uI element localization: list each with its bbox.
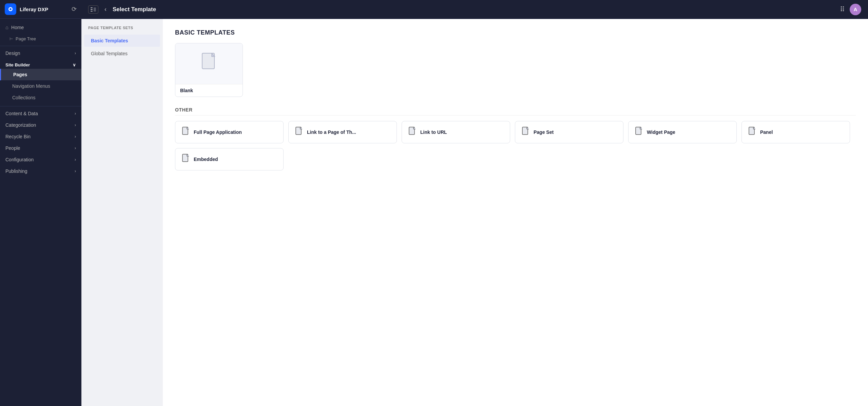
refresh-button[interactable]: ⟳ [72, 5, 77, 13]
app-title: Liferay DXP [20, 6, 48, 12]
sidebar-item-nav-menus-label: Navigation Menus [12, 83, 50, 89]
template-card-panel-label: Panel [760, 129, 773, 135]
sidebar-item-collections[interactable]: Collections [0, 92, 81, 103]
sidebar-item-pages[interactable]: Pages [0, 69, 81, 80]
main-container: ‹ Select Template ⠿ A PAGE TEMPLATE SETS… [81, 0, 868, 406]
section-title: BASIC TEMPLATES [175, 29, 856, 36]
template-card-link-page[interactable]: Link to a Page of Th... [288, 121, 397, 143]
svg-rect-3 [91, 7, 93, 8]
sidebar-header: Liferay DXP ⟳ [0, 0, 81, 19]
site-builder-chevron-icon: ∨ [73, 62, 76, 67]
sidebar: Liferay DXP ⟳ ⌂ Home ⊢ Page Tree Design … [0, 0, 81, 406]
page-set-icon [522, 127, 529, 138]
widget-page-icon [635, 127, 643, 138]
svg-point-2 [9, 8, 12, 10]
sidebar-item-page-tree[interactable]: ⊢ Page Tree [0, 33, 81, 44]
template-card-panel[interactable]: Panel [741, 121, 850, 143]
link-url-icon [409, 127, 416, 138]
sidebar-nav: ⌂ Home ⊢ Page Tree Design › Site Builder… [0, 19, 81, 406]
sidebar-item-people[interactable]: People › [0, 142, 81, 154]
template-card-embedded[interactable]: Embedded [175, 148, 284, 170]
template-set-basic-label: Basic Templates [91, 38, 128, 43]
link-page-icon [295, 127, 303, 138]
template-card-embedded-label: Embedded [194, 157, 218, 162]
content-data-chevron-icon: › [75, 111, 76, 116]
template-set-global-label: Global Templates [91, 51, 128, 56]
template-card-page-set[interactable]: Page Set [515, 121, 623, 143]
design-chevron-icon: › [75, 51, 76, 56]
embedded-icon [182, 154, 190, 165]
templates-main: BASIC TEMPLATES Blank [163, 19, 868, 406]
blank-page-icon [201, 53, 217, 75]
categorization-chevron-icon: › [75, 123, 76, 127]
svg-rect-5 [91, 11, 93, 12]
template-card-blank-preview [175, 43, 243, 84]
template-card-widget-page-label: Widget Page [647, 129, 675, 135]
svg-rect-6 [94, 7, 96, 12]
content-area: PAGE TEMPLATE SETS Basic Templates Globa… [81, 19, 868, 406]
template-card-page-set-label: Page Set [534, 129, 554, 135]
other-templates-grid: Full Page Application Link to a Page of … [175, 121, 856, 170]
sidebar-item-collections-label: Collections [12, 95, 35, 100]
site-builder-label: Site Builder [5, 62, 30, 67]
template-card-widget-page[interactable]: Widget Page [628, 121, 737, 143]
template-sets-panel: PAGE TEMPLATE SETS Basic Templates Globa… [81, 19, 163, 406]
template-card-link-url[interactable]: Link to URL [402, 121, 510, 143]
template-set-basic[interactable]: Basic Templates [84, 35, 160, 47]
template-card-link-page-label: Link to a Page of Th... [307, 129, 356, 135]
sidebar-item-home[interactable]: ⌂ Home [0, 21, 81, 33]
template-card-link-url-label: Link to URL [420, 129, 447, 135]
sidebar-toggle-button[interactable] [88, 5, 98, 14]
sidebar-item-page-tree-label: Page Tree [16, 36, 36, 41]
panel-icon [749, 127, 756, 138]
sidebar-item-recycle-bin-label: Recycle Bin [5, 134, 31, 139]
sidebar-item-publishing[interactable]: Publishing › [0, 165, 81, 177]
full-page-app-icon [182, 127, 190, 138]
panel-title: PAGE TEMPLATE SETS [81, 26, 163, 34]
sidebar-item-recycle-bin[interactable]: Recycle Bin › [0, 131, 81, 142]
sidebar-section-site-builder[interactable]: Site Builder ∨ [0, 59, 81, 69]
sidebar-logo: Liferay DXP [5, 3, 48, 15]
template-card-full-page-app[interactable]: Full Page Application [175, 121, 284, 143]
sidebar-item-content-data-label: Content & Data [5, 111, 38, 116]
other-section-title: OTHER [175, 107, 856, 116]
sidebar-item-categorization-label: Categorization [5, 122, 36, 128]
topbar: ‹ Select Template ⠿ A [81, 0, 868, 19]
sidebar-item-design-label: Design [5, 50, 20, 56]
sidebar-item-people-label: People [5, 145, 20, 151]
topbar-actions: ⠿ A [840, 4, 861, 15]
home-icon: ⌂ [5, 24, 8, 30]
template-card-blank[interactable]: Blank [175, 43, 243, 97]
configuration-chevron-icon: › [75, 157, 76, 162]
sidebar-item-home-label: Home [11, 25, 24, 30]
sidebar-item-configuration-label: Configuration [5, 157, 34, 162]
template-card-blank-label: Blank [175, 84, 243, 97]
sidebar-item-content-data[interactable]: Content & Data › [0, 108, 81, 119]
back-button[interactable]: ‹ [103, 6, 108, 13]
sidebar-item-publishing-label: Publishing [5, 168, 27, 174]
sidebar-item-design[interactable]: Design › [0, 47, 81, 59]
recycle-bin-chevron-icon: › [75, 134, 76, 139]
avatar[interactable]: A [850, 4, 861, 15]
page-title: Select Template [113, 6, 156, 13]
template-set-global[interactable]: Global Templates [84, 47, 160, 60]
grid-icon[interactable]: ⠿ [840, 5, 845, 14]
basic-templates-grid: Blank [175, 43, 856, 97]
publishing-chevron-icon: › [75, 169, 76, 174]
people-chevron-icon: › [75, 146, 76, 150]
sidebar-item-configuration[interactable]: Configuration › [0, 154, 81, 165]
liferay-logo-icon [5, 3, 16, 15]
template-card-full-page-app-label: Full Page Application [194, 129, 242, 135]
sidebar-item-categorization[interactable]: Categorization › [0, 119, 81, 131]
sidebar-item-pages-label: Pages [13, 72, 27, 77]
sidebar-item-navigation-menus[interactable]: Navigation Menus [0, 80, 81, 92]
svg-rect-4 [91, 9, 93, 10]
page-tree-icon: ⊢ [9, 37, 13, 41]
